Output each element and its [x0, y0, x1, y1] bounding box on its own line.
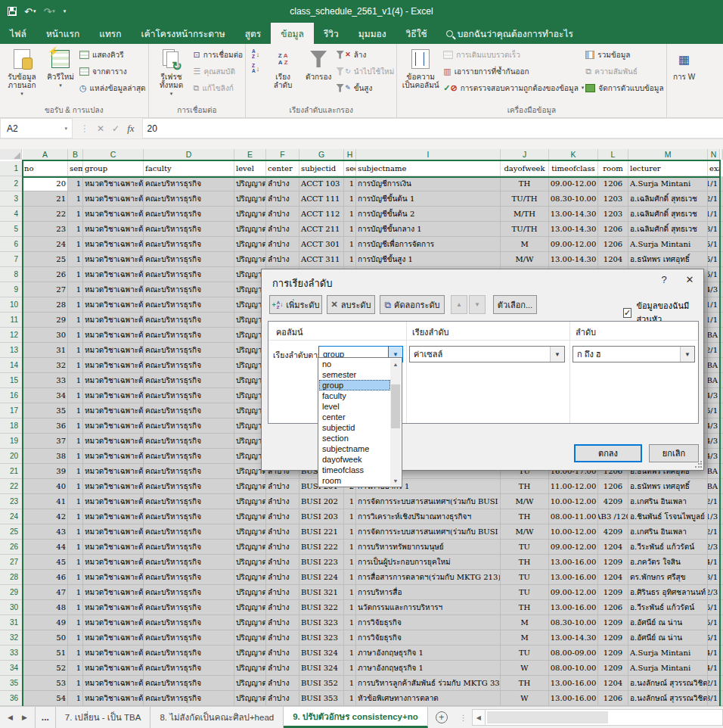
row-header-27[interactable]: 27 — [0, 555, 22, 570]
cell[interactable]: ปริญญาตรี — [234, 237, 266, 252]
cell[interactable]: 1 — [68, 479, 83, 494]
cell[interactable]: 1204 — [598, 676, 628, 691]
cell[interactable]: TU — [501, 540, 549, 555]
sheet-nav-right-icon[interactable]: ▶ — [22, 714, 27, 721]
cell[interactable]: M/W — [501, 524, 549, 540]
cell[interactable]: การบัญชีเพื่อการจัดการ — [356, 237, 501, 252]
cell[interactable]: 2/1 — [708, 191, 720, 207]
cell[interactable]: การบัญชีขั้นกลาง 1 — [356, 222, 501, 237]
cell[interactable]: BUSI 323 — [299, 630, 344, 646]
cell[interactable]: ACCT 112 — [299, 207, 344, 222]
cell[interactable]: ลำปาง — [266, 630, 299, 646]
cell[interactable]: คณะบริหารธุรกิจ — [144, 418, 234, 434]
cell[interactable]: อ.ธนัทพร เทศอุทธิ์ — [628, 252, 708, 267]
cancel-entry-icon[interactable]: ✕ — [97, 123, 104, 134]
cell[interactable]: 1 — [344, 585, 356, 600]
sort-button[interactable]: Z AA Z เรียงลำดับ — [265, 45, 301, 105]
ribbon-tab-1[interactable]: หน้าแรก — [36, 23, 89, 44]
cell[interactable]: 5/1 — [708, 267, 720, 282]
cell[interactable]: หมวดวิชาเฉพาะด้าน — [83, 630, 144, 646]
cell[interactable]: ปริญญาตรี — [234, 615, 266, 630]
cell[interactable]: 13.00-16.00 — [549, 570, 598, 585]
cell[interactable]: หมวดวิชาเฉพาะด้าน — [83, 282, 144, 297]
row-header-9[interactable]: 9 — [0, 282, 22, 297]
horizontal-scrollbar[interactable]: ◀ — [472, 709, 723, 726]
cell[interactable]: BUSI 221 — [299, 524, 344, 540]
cell[interactable]: 10.00-12.00 — [549, 524, 598, 540]
cell[interactable]: TBA — [708, 328, 720, 343]
cell[interactable]: 09.00-12.00 — [549, 176, 598, 191]
cell[interactable]: TH — [501, 555, 549, 570]
cell[interactable]: LAB3 /1209 — [598, 509, 628, 524]
cell[interactable]: ดร.พักษกร ศรีสุข — [628, 570, 708, 585]
scroll-left-icon[interactable]: ◀ — [472, 709, 486, 726]
cell[interactable]: ปริญญาตรี — [234, 691, 266, 706]
cell[interactable]: 1 — [68, 630, 83, 646]
save-button[interactable] — [8, 7, 17, 16]
col-header-L[interactable]: L — [598, 149, 628, 160]
cell[interactable]: 5/1 — [708, 615, 720, 630]
cell[interactable]: 4/1 — [708, 555, 720, 570]
cell[interactable]: 1204 — [598, 540, 628, 555]
cell[interactable]: 2/1 — [708, 524, 720, 540]
row-header-36[interactable]: 36 — [0, 691, 22, 706]
cell[interactable]: ACCT 311 — [299, 252, 344, 267]
cell[interactable]: 1 — [68, 282, 83, 297]
remove-duplicates-button[interactable]: ▥ เอารายการที่ซ้ำกันออก — [443, 64, 584, 78]
cell[interactable]: 1206 — [598, 222, 628, 237]
cell[interactable]: 1 — [344, 222, 356, 237]
row-header-4[interactable]: 4 — [0, 207, 22, 222]
cell[interactable]: 5/1 — [708, 600, 720, 615]
cell[interactable]: ลำปาง — [266, 661, 299, 676]
cell-r1-c4[interactable]: faculty — [144, 161, 234, 176]
cell[interactable]: W — [501, 661, 549, 676]
cell[interactable]: 1 — [68, 434, 83, 449]
cell[interactable]: ปริญญาตรี — [234, 479, 266, 494]
cell[interactable]: 1 — [68, 388, 83, 403]
cell[interactable]: 13.00-16.00 — [549, 676, 598, 691]
cell[interactable]: 25 — [23, 252, 68, 267]
cell-r1-c13[interactable]: lecturer — [628, 161, 708, 176]
cell[interactable]: ลำปาง — [266, 222, 299, 237]
row-header-19[interactable]: 19 — [0, 434, 22, 449]
cell[interactable]: 1 — [344, 524, 356, 540]
cell[interactable]: 1 — [68, 494, 83, 509]
dialog-close-button[interactable]: ✕ — [679, 274, 700, 289]
cell[interactable]: หมวดวิชาเฉพาะด้าน — [83, 297, 144, 313]
cell[interactable]: การบริหารสื่อ — [356, 585, 501, 600]
cell[interactable]: TU/TH — [501, 191, 549, 207]
cell[interactable]: TH — [501, 676, 549, 691]
col-header-A[interactable]: A — [23, 149, 68, 160]
sort-descending-button[interactable]: ZA↓ — [248, 62, 263, 75]
cell[interactable]: 1204 — [598, 252, 628, 267]
cell[interactable]: ปริญญาตรี — [234, 176, 266, 191]
col-header-K[interactable]: K — [549, 149, 598, 160]
advanced-filter-button[interactable]: ✎ ขั้นสูง — [336, 81, 394, 95]
row-header-18[interactable]: 18 — [0, 418, 22, 434]
cell[interactable]: 1 — [68, 676, 83, 691]
cell[interactable]: BUSI 321 — [299, 585, 344, 600]
data-validation-button[interactable]: ✓⊘ การตรวจสอบความถูกต้องของข้อมูล ▾ — [443, 81, 584, 95]
cell[interactable]: การสื่อสารการตลาดฯ(ร่วมกับ MKTG 213) — [356, 570, 501, 585]
cell[interactable]: ปริญญาตรี — [234, 676, 266, 691]
cell[interactable]: 1 — [68, 600, 83, 615]
cell[interactable]: A.Surja Mintani — [628, 176, 708, 191]
cell[interactable]: 1206 — [598, 600, 628, 615]
cell[interactable]: หมวดวิชาเฉพาะด้าน — [83, 464, 144, 479]
cell[interactable]: 32 — [23, 358, 68, 373]
cell[interactable]: 53 — [23, 676, 68, 691]
cell[interactable]: ภาษาอังกฤษธุรกิจ 1 — [356, 646, 501, 661]
recent-sources-button[interactable]: ◷ แหล่งข้อมูลล่าสุด — [79, 81, 146, 95]
cell[interactable]: หัวข้อพิเศษทางการตลาด — [356, 691, 501, 706]
ribbon-tab-2[interactable]: แทรก — [89, 23, 131, 44]
cell[interactable]: 5/1 — [708, 252, 720, 267]
show-queries-button[interactable]: แสดงคิวรี — [79, 48, 146, 61]
name-box-dropdown-icon[interactable]: ▾ — [64, 126, 67, 132]
ribbon-tab-0[interactable]: ไฟล์ — [0, 23, 36, 44]
cell[interactable]: คณะบริหารธุรกิจ — [144, 540, 234, 555]
cell[interactable]: 1206 — [598, 479, 628, 494]
cell[interactable]: BUSI 203 — [299, 509, 344, 524]
cell[interactable]: 36 — [23, 418, 68, 434]
cell[interactable]: 1 — [344, 555, 356, 570]
cell[interactable]: 13.00-14.30 — [549, 630, 598, 646]
